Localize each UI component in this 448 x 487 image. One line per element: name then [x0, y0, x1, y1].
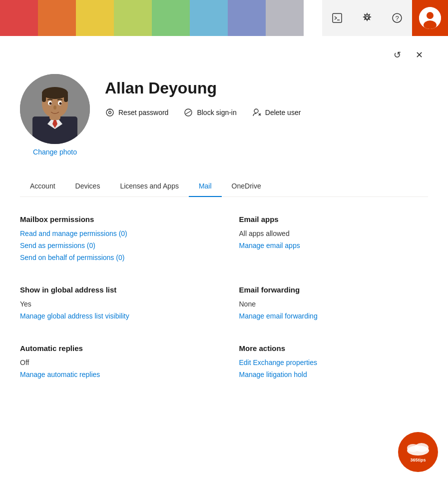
user-avatar-top[interactable]: [412, 0, 448, 36]
send-on-behalf-permissions-link[interactable]: Send on behalf of permissions (0): [20, 254, 209, 262]
manage-global-list-link[interactable]: Manage global address list visibility: [20, 312, 209, 320]
automatic-replies-heading: Automatic replies: [20, 344, 209, 352]
email-apps-heading: Email apps: [239, 215, 429, 224]
block-signin-button[interactable]: Block sign-in: [183, 108, 236, 118]
profile-actions: Reset password Block sign-in: [105, 108, 428, 118]
manage-automatic-replies-link[interactable]: Manage automatic replies: [20, 370, 209, 378]
automatic-replies-value: Off: [20, 358, 209, 366]
mailbox-permissions-heading: Mailbox permissions: [20, 215, 209, 224]
panel-top-actions: ↺ ✕: [20, 46, 428, 64]
email-forwarding-heading: Email forwarding: [239, 286, 429, 294]
svg-point-20: [59, 102, 62, 105]
profile-section: Change photo Allan Deyoung Reset passwor…: [20, 69, 428, 156]
svg-text:?: ?: [395, 14, 399, 22]
close-button[interactable]: ✕: [410, 46, 428, 64]
email-forwarding-value: None: [239, 300, 429, 308]
svg-rect-16: [64, 93, 68, 102]
tab-devices[interactable]: Devices: [65, 176, 110, 197]
send-as-permissions-link[interactable]: Send as permissions (0): [20, 242, 209, 250]
svg-point-6: [427, 12, 434, 19]
rainbow-bar: [0, 0, 304, 36]
email-apps-value: All apps allowed: [239, 230, 429, 238]
svg-line-26: [186, 111, 191, 114]
delete-user-label: Delete user: [265, 108, 301, 116]
svg-rect-0: [333, 14, 342, 22]
profile-avatar: [20, 74, 90, 144]
delete-user-icon: [252, 108, 262, 118]
tab-licenses-apps[interactable]: Licenses and Apps: [110, 176, 189, 197]
automatic-replies-section: Automatic replies Off Manage automatic r…: [20, 344, 209, 378]
svg-point-32: [415, 443, 429, 452]
email-apps-section: Email apps All apps allowed Manage email…: [239, 215, 429, 262]
manage-email-apps-link[interactable]: Manage email apps: [239, 242, 429, 250]
svg-point-21: [53, 106, 56, 110]
watermark: 365tips: [398, 432, 438, 472]
mailbox-permissions-section: Mailbox permissions Read and manage perm…: [20, 215, 209, 262]
email-forwarding-section: Email forwarding None Manage email forwa…: [239, 286, 429, 320]
tab-onedrive[interactable]: OneDrive: [222, 176, 271, 197]
show-global-value: Yes: [20, 300, 209, 308]
show-global-section: Show in global address list Yes Manage g…: [20, 286, 209, 320]
profile-name: Allan Deyoung: [105, 79, 428, 98]
svg-point-19: [49, 102, 52, 105]
tab-mail[interactable]: Mail: [189, 176, 222, 197]
more-actions-heading: More actions: [239, 344, 429, 352]
block-signin-label: Block sign-in: [197, 108, 236, 116]
more-actions-section: More actions Edit Exchange properties Ma…: [239, 344, 429, 378]
reset-password-button[interactable]: Reset password: [105, 108, 168, 118]
svg-rect-15: [42, 93, 46, 102]
edit-exchange-properties-link[interactable]: Edit Exchange properties: [239, 358, 429, 366]
profile-info: Allan Deyoung Reset password: [105, 74, 428, 118]
reset-password-label: Reset password: [118, 108, 168, 116]
mail-content-grid: Mailbox permissions Read and manage perm…: [20, 215, 428, 378]
settings-button[interactable]: [352, 0, 382, 36]
delete-user-button[interactable]: Delete user: [252, 108, 301, 118]
main-content: ↺ ✕: [0, 36, 448, 398]
tabs-container: Account Devices Licenses and Apps Mail O…: [20, 176, 428, 197]
top-bar-actions: ?: [322, 0, 448, 36]
manage-email-forwarding-link[interactable]: Manage email forwarding: [239, 312, 429, 320]
manage-litigation-hold-link[interactable]: Manage litigation hold: [239, 370, 429, 378]
svg-point-27: [254, 109, 258, 113]
block-signin-icon: [183, 108, 193, 118]
tab-account[interactable]: Account: [20, 176, 65, 197]
reset-password-icon: [105, 108, 115, 118]
terminal-button[interactable]: [322, 0, 352, 36]
read-manage-permissions-link[interactable]: Read and manage permissions (0): [20, 230, 209, 238]
watermark-text: 365tips: [406, 458, 431, 464]
refresh-button[interactable]: ↺: [388, 46, 406, 64]
top-bar: ?: [0, 0, 448, 36]
show-global-heading: Show in global address list: [20, 286, 209, 294]
change-photo-link[interactable]: Change photo: [33, 148, 77, 156]
profile-photo-wrap: Change photo: [20, 74, 90, 156]
svg-point-23: [109, 112, 111, 114]
help-button[interactable]: ?: [382, 0, 412, 36]
